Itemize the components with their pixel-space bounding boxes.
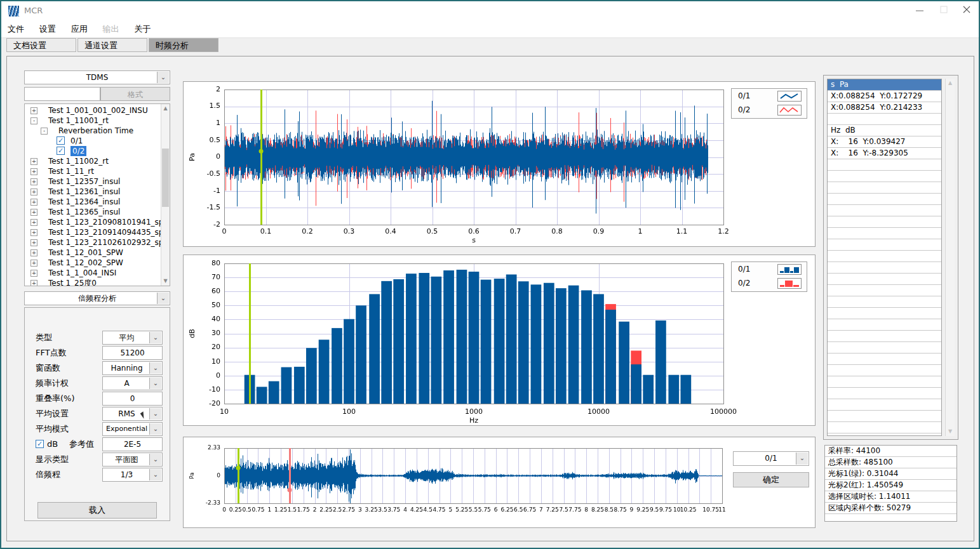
cursor-info-row[interactable] — [828, 262, 941, 274]
analysis-type-select[interactable]: 倍频程分析 ⌄ — [24, 291, 170, 305]
expand-icon[interactable]: + — [30, 239, 37, 246]
expand-icon[interactable]: + — [30, 107, 37, 114]
expand-icon[interactable]: + — [30, 260, 37, 267]
filter-input[interactable] — [24, 87, 100, 101]
tree-item[interactable]: +Test 1_001_001_002_INSU — [25, 105, 161, 116]
expand-icon[interactable]: + — [30, 209, 37, 216]
tree-item[interactable]: +Test 1_12357_insul — [25, 176, 161, 187]
tree-scrollbar-thumb[interactable] — [162, 149, 169, 207]
chevron-down-icon[interactable]: ⌄ — [149, 332, 161, 343]
menu-settings[interactable]: 设置 — [33, 20, 62, 37]
chevron-down-icon[interactable]: ⌄ — [149, 469, 161, 480]
cursor-info-row[interactable]: X: 16 Y:0.039427 — [828, 136, 941, 148]
form-input[interactable]: 51200 — [102, 346, 163, 360]
tree-item[interactable]: -Test 1_11001_rt — [25, 116, 161, 126]
form-input[interactable]: 2E-5 — [102, 437, 163, 451]
cursor-info-row[interactable] — [828, 114, 941, 125]
tree-item[interactable]: +Test 1_123_211026102932_spw — [25, 237, 161, 248]
expand-icon[interactable]: + — [30, 178, 37, 185]
cursor-info-row[interactable] — [828, 194, 941, 205]
db-checkbox[interactable]: ✓ — [36, 440, 44, 448]
menu-apply[interactable]: 应用 — [65, 20, 94, 37]
form-select[interactable]: RMS⌄ — [102, 407, 163, 421]
cursor-info-row[interactable] — [828, 422, 941, 433]
scroll-up-icon[interactable]: ▲ — [161, 104, 170, 113]
cursor-info-row[interactable] — [828, 319, 941, 331]
time-waveform-chart[interactable] — [184, 82, 815, 246]
file-format-select[interactable]: TDMS ⌄ — [24, 70, 170, 84]
expand-icon[interactable]: + — [30, 199, 37, 206]
maximize-button[interactable] — [933, 1, 955, 20]
cursor-info-row[interactable] — [828, 251, 941, 262]
cursor-info-row[interactable] — [828, 159, 941, 171]
tree-item[interactable]: +Test 1_11_rt — [25, 166, 161, 176]
cursor-info-row[interactable] — [828, 411, 941, 422]
menu-file[interactable]: 文件 — [1, 20, 30, 37]
chevron-down-icon[interactable]: ⌄ — [149, 408, 161, 420]
cursor-info-row[interactable] — [828, 376, 941, 388]
cursor-info-row[interactable] — [828, 308, 941, 319]
channel-checkbox[interactable]: ✓ — [57, 136, 65, 145]
tree-item[interactable]: +Test 1_1_004_INSI — [25, 268, 161, 278]
cursor-info-row[interactable] — [828, 228, 941, 239]
expand-icon[interactable]: + — [30, 219, 37, 226]
tree-item[interactable]: +Test 1_25度0 — [25, 278, 161, 286]
cursor-info-row[interactable] — [828, 171, 941, 182]
tree-item[interactable]: +Test 1_123_210914094435_spw — [25, 227, 161, 237]
expand-icon[interactable]: + — [30, 270, 37, 277]
collapse-icon[interactable]: - — [30, 117, 37, 124]
tree-item[interactable]: +Test 1_11002_rt — [25, 156, 161, 166]
tree-item[interactable]: -Reverberation Time — [25, 126, 161, 136]
cursor-info-row[interactable] — [828, 342, 941, 354]
expand-icon[interactable]: + — [30, 229, 37, 236]
expand-icon[interactable]: + — [30, 189, 37, 195]
load-button[interactable]: 载入 — [37, 502, 157, 519]
cursor-info-row[interactable] — [828, 182, 941, 194]
cursor-info-row[interactable]: X: 16 Y:-8.329305 — [828, 148, 941, 159]
cursor-info-row[interactable] — [828, 296, 941, 308]
tab-time-frequency-analysis[interactable]: 时频分析 — [149, 38, 218, 52]
octave-spectrum-chart[interactable] — [184, 255, 815, 425]
form-select[interactable]: Exponential⌄ — [102, 422, 163, 436]
form-select[interactable]: 1/3⌄ — [102, 468, 163, 482]
cursor-info-row[interactable] — [828, 433, 941, 436]
cursor-info-row[interactable] — [828, 239, 941, 251]
chevron-down-icon[interactable]: ⌄ — [157, 293, 169, 304]
tree-scrollbar[interactable]: ▲ ▼ — [161, 104, 170, 286]
tab-channel-settings[interactable]: 通道设置 — [77, 38, 147, 52]
channel-checkbox[interactable]: ✓ — [57, 147, 65, 155]
form-select[interactable]: A⌄ — [102, 376, 163, 390]
scroll-down-icon[interactable]: ▼ — [946, 427, 955, 436]
cursor-info-row[interactable]: X:0.088254 Y:0.172729 — [828, 91, 941, 102]
cursor-info-row[interactable]: X:0.088254 Y:0.214233 — [828, 102, 941, 114]
cursor-info-row[interactable] — [828, 354, 941, 365]
cursor-info-row[interactable] — [828, 285, 941, 296]
tree-item[interactable]: +Test 1_12361_insul — [25, 187, 161, 197]
tree-item[interactable]: ✓0/1 — [25, 136, 161, 146]
cursor-info-row[interactable] — [828, 365, 941, 376]
menu-about[interactable]: 关于 — [128, 20, 157, 37]
tab-document-settings[interactable]: 文档设置 — [6, 38, 76, 52]
chevron-down-icon[interactable]: ⌄ — [149, 378, 161, 389]
expand-icon[interactable]: + — [30, 168, 37, 175]
form-select[interactable]: Hanning⌄ — [102, 361, 163, 375]
chevron-down-icon[interactable]: ⌄ — [796, 453, 808, 465]
confirm-button[interactable]: 确定 — [733, 472, 809, 487]
cursor-info-row[interactable] — [828, 216, 941, 228]
cursor-info-row[interactable] — [828, 205, 941, 216]
tree-item[interactable]: +Test 1_12365_insul — [25, 207, 161, 217]
scroll-up-icon[interactable]: ▲ — [946, 79, 955, 88]
expand-icon[interactable]: + — [30, 280, 37, 286]
chevron-down-icon[interactable]: ⌄ — [149, 362, 161, 374]
tree-item[interactable]: ✓0/2 — [25, 146, 161, 156]
form-select[interactable]: 平均⌄ — [102, 331, 163, 345]
expand-icon[interactable]: + — [30, 158, 37, 165]
channel-select[interactable]: 0/1 ⌄ — [733, 451, 809, 466]
cursor-info-row[interactable]: s Pa — [828, 79, 941, 91]
cursor-info-row[interactable] — [828, 274, 941, 285]
tree-item[interactable]: +Test 1_12364_insul — [25, 197, 161, 207]
chevron-down-icon[interactable]: ⌄ — [149, 454, 161, 465]
close-button[interactable] — [956, 1, 977, 20]
form-select[interactable]: 平面图⌄ — [102, 453, 163, 466]
chevron-down-icon[interactable]: ⌄ — [149, 423, 161, 435]
